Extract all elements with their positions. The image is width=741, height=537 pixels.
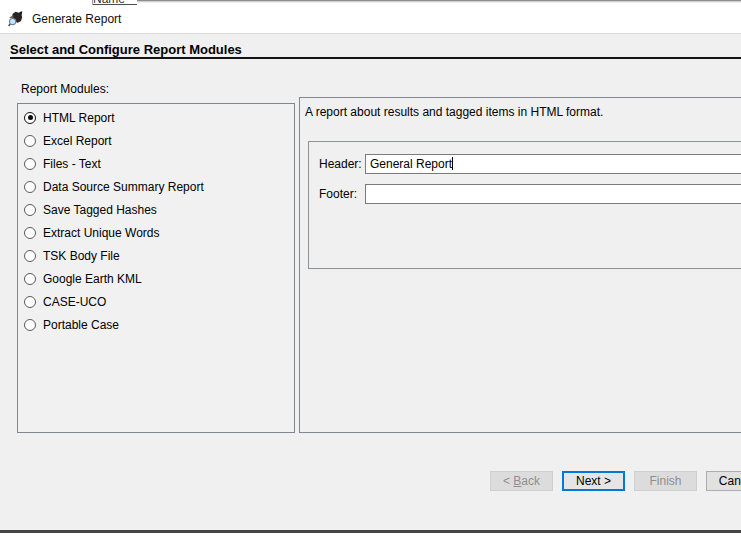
radio-unselected-icon[interactable] [24,204,36,216]
module-config-panel: A report about results and tagged items … [299,97,741,433]
radio-selected-icon[interactable] [24,112,36,124]
module-option-label: Files - Text [43,157,101,171]
module-option-label: CASE-UCO [43,295,106,309]
module-option-files-text[interactable]: Files - Text [18,152,294,175]
dialog-bottom-edge [0,530,741,533]
background-window-edge [137,0,741,3]
header-input[interactable]: General Report [365,154,741,174]
dialog-titlebar[interactable]: Generate Report [0,5,741,33]
report-modules-label: Report Modules: [21,82,109,96]
radio-unselected-icon[interactable] [24,158,36,170]
module-option-label: Save Tagged Hashes [43,203,157,217]
footer-label: Footer: [319,187,357,201]
dialog-title: Generate Report [32,5,121,33]
header-label: Header: [319,157,362,171]
module-description: A report about results and tagged items … [305,105,603,119]
radio-unselected-icon[interactable] [24,227,36,239]
finish-button[interactable]: Finish [634,471,697,491]
radio-unselected-icon[interactable] [24,250,36,262]
module-option-google-earth-kml[interactable]: Google Earth KML [18,267,294,290]
module-option-label: Data Source Summary Report [43,180,204,194]
autopsy-dog-logo-icon [8,11,24,27]
module-option-label: Excel Report [43,134,112,148]
footer-input[interactable] [365,184,741,204]
header-input-value: General Report [370,157,452,171]
module-option-save-tagged-hashes[interactable]: Save Tagged Hashes [18,198,294,221]
module-option-label: Google Earth KML [43,272,142,286]
module-option-html-report[interactable]: HTML Report [18,106,294,129]
header-footer-group: Header: General Report Footer: [308,141,741,269]
report-modules-list: HTML ReportExcel ReportFiles - TextData … [17,103,295,433]
radio-unselected-icon[interactable] [24,135,36,147]
module-option-portable-case[interactable]: Portable Case [18,313,294,336]
module-option-excel-report[interactable]: Excel Report [18,129,294,152]
next-button[interactable]: Next > [562,471,625,491]
wizard-step-heading: Select and Configure Report Modules [10,42,242,57]
radio-unselected-icon[interactable] [24,296,36,308]
radio-unselected-icon[interactable] [24,319,36,331]
module-option-label: Extract Unique Words [43,226,160,240]
cancel-button[interactable]: Cancel [706,471,741,491]
module-option-label: HTML Report [43,111,115,125]
dialog-content: Select and Configure Report Modules Repo… [0,34,741,530]
back-button[interactable]: < Back [490,471,553,491]
heading-underline [10,57,741,59]
module-option-label: Portable Case [43,318,119,332]
text-cursor [452,157,453,170]
module-option-extract-unique-words[interactable]: Extract Unique Words [18,221,294,244]
module-option-case-uco[interactable]: CASE-UCO [18,290,294,313]
radio-unselected-icon[interactable] [24,181,36,193]
module-option-data-source-summary-report[interactable]: Data Source Summary Report [18,175,294,198]
module-option-tsk-body-file[interactable]: TSK Body File [18,244,294,267]
module-option-label: TSK Body File [43,249,120,263]
radio-unselected-icon[interactable] [24,273,36,285]
screenshot-root: Name Generate Report Select and Configur… [0,0,741,537]
